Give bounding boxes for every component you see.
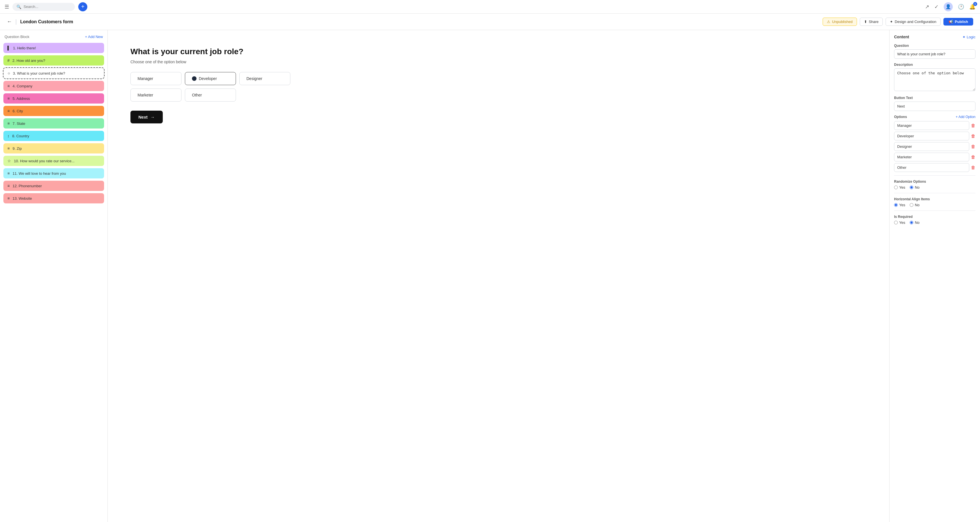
block-icon: ≡	[7, 146, 10, 151]
option-label: Developer	[199, 76, 217, 81]
sidebar-title: Question Block	[5, 35, 29, 39]
block-label: 11. We will love to hear from you	[13, 171, 66, 176]
is-required: Is Required Yes No	[894, 215, 975, 225]
randomize-no-option[interactable]: No	[910, 185, 920, 190]
design-button[interactable]: ✦ Design and Configuration	[886, 18, 940, 26]
logic-button[interactable]: ✦ Logic	[963, 35, 975, 39]
horizontal-align: Horizontal Align Items Yes No	[894, 197, 975, 207]
option-selected-icon	[192, 76, 197, 81]
required-yes-option[interactable]: Yes	[894, 220, 905, 225]
sidebar-item[interactable]: ≡ 4. Company	[3, 81, 104, 91]
horizontal-no-option[interactable]: No	[910, 203, 920, 207]
option-label: Other	[192, 93, 202, 97]
description-field: Description Choose one of the option bel…	[894, 63, 975, 92]
block-icon: ≡	[7, 196, 10, 201]
sidebar-item[interactable]: ≡ 13. Website	[3, 193, 104, 203]
required-no-option[interactable]: No	[910, 220, 920, 225]
button-text-field: Button Text	[894, 96, 975, 111]
sidebar: Question Block + Add New ▌ 1. Hello ther…	[0, 30, 108, 522]
delete-option-button[interactable]: 🗑	[971, 123, 975, 128]
button-text-input[interactable]	[894, 102, 975, 111]
option-label: Manager	[138, 76, 153, 81]
option-button[interactable]: Other	[185, 88, 236, 102]
sidebar-item[interactable]: ≡ 6. City	[3, 106, 104, 116]
option-input[interactable]	[894, 153, 969, 161]
sidebar-item[interactable]: # 2. How old are you?	[3, 55, 104, 65]
description-field-label: Description	[894, 63, 975, 67]
block-icon: ▌	[7, 46, 10, 50]
preview-area: What is your current job role? Choose on…	[108, 30, 889, 522]
share-button[interactable]: ⬆ Share	[860, 18, 883, 26]
delete-option-button[interactable]: 🗑	[971, 155, 975, 160]
horizontal-yes-option[interactable]: Yes	[894, 203, 905, 207]
block-icon: ≡	[7, 171, 10, 176]
option-input[interactable]	[894, 142, 969, 151]
required-radio-group: Yes No	[894, 220, 975, 225]
option-button[interactable]: Marketer	[130, 88, 181, 102]
header-divider: |	[15, 18, 17, 25]
search-bar[interactable]: 🔍	[13, 3, 75, 11]
notification-icon[interactable]: 🔔 6	[969, 4, 975, 10]
check-icon[interactable]: ✓	[934, 4, 939, 10]
share-icon: ⬆	[864, 19, 867, 24]
add-option-button[interactable]: + Add Option	[956, 115, 975, 119]
block-icon: ≡	[7, 184, 10, 188]
search-input[interactable]	[24, 5, 69, 9]
description-textarea[interactable]: Choose one of the option below	[894, 69, 975, 91]
block-icon: ≡	[7, 109, 10, 113]
preview-description: Choose one of the option below	[130, 59, 186, 64]
publish-button[interactable]: 📢 Publish	[943, 18, 973, 26]
sidebar-item[interactable]: ☆ 10. How would you rate our service...	[3, 156, 104, 166]
block-label: 13. Website	[13, 196, 32, 201]
options-label: Options	[894, 115, 907, 119]
option-button[interactable]: Designer	[239, 72, 290, 85]
publish-icon: 📢	[948, 19, 953, 24]
block-label: 12. Phonenumber	[13, 184, 42, 188]
next-button[interactable]: Next →	[130, 111, 163, 123]
option-row: 🗑	[894, 142, 975, 151]
delete-option-button[interactable]: 🗑	[971, 134, 975, 139]
clock-icon[interactable]: 🕐	[958, 4, 964, 10]
add-button[interactable]: +	[78, 2, 88, 11]
option-input[interactable]	[894, 132, 969, 140]
menu-icon[interactable]: ☰	[5, 4, 9, 10]
sidebar-item[interactable]: ↕ 8. Country	[3, 131, 104, 141]
sidebar-item[interactable]: ≡ 9. Zip	[3, 143, 104, 153]
back-button[interactable]: ←	[7, 19, 12, 25]
question-input[interactable]	[894, 49, 975, 59]
delete-option-button[interactable]: 🗑	[971, 144, 975, 149]
options-section-header: Options + Add Option	[894, 115, 975, 119]
add-new-button[interactable]: + Add New	[85, 35, 103, 39]
search-icon: 🔍	[16, 5, 21, 9]
randomize-label: Randomize Options	[894, 180, 975, 184]
option-button[interactable]: Developer	[185, 72, 236, 85]
question-field-label: Question	[894, 44, 975, 48]
sidebar-item[interactable]: ≡ 5. Address	[3, 93, 104, 104]
avatar[interactable]: 👤	[944, 2, 953, 11]
design-icon: ✦	[890, 19, 893, 24]
option-row: 🗑	[894, 153, 975, 161]
sidebar-item[interactable]: ≡ 7. State	[3, 118, 104, 129]
sidebar-item[interactable]: ▌ 1. Hello there!	[3, 43, 104, 53]
share-icon[interactable]: ↗	[925, 4, 929, 10]
topnav: ☰ 🔍 + ↗ ✓ 👤 🕐 🔔 6	[0, 0, 980, 14]
option-button[interactable]: Manager	[130, 72, 181, 85]
block-icon: ≡	[7, 121, 10, 126]
next-arrow-icon: →	[151, 115, 155, 120]
preview-question-title: What is your current job role?	[130, 47, 243, 56]
option-input[interactable]	[894, 121, 969, 130]
horizontal-label: Horizontal Align Items	[894, 197, 975, 201]
unpublished-button[interactable]: ⚠ Unpublished	[822, 18, 857, 26]
sidebar-item[interactable]: ≡ 11. We will love to hear from you	[3, 168, 104, 179]
option-input[interactable]	[894, 163, 969, 172]
sidebar-item[interactable]: ○ 3. What is your current job role?	[3, 68, 104, 78]
option-row: 🗑	[894, 163, 975, 172]
randomize-yes-option[interactable]: Yes	[894, 185, 905, 190]
block-icon: ☆	[7, 159, 11, 163]
block-icon: ≡	[7, 84, 10, 88]
option-row: 🗑	[894, 132, 975, 140]
options-grid: ManagerDeveloperDesignerMarketerOther	[130, 72, 301, 102]
sidebar-item[interactable]: ≡ 12. Phonenumber	[3, 181, 104, 191]
delete-option-button[interactable]: 🗑	[971, 165, 975, 170]
button-text-label: Button Text	[894, 96, 975, 100]
